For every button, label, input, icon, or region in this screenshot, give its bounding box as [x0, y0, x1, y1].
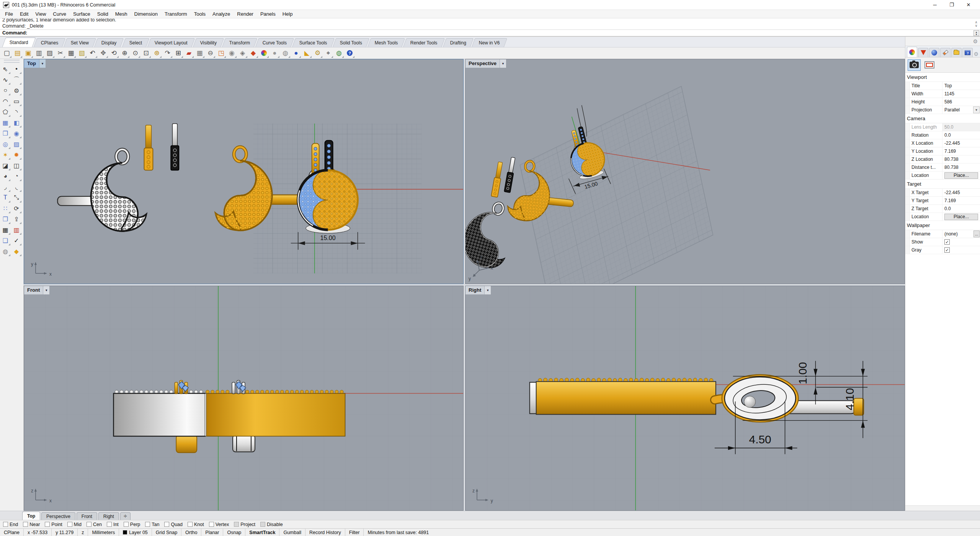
toolbar-tab-transform[interactable]: Transform	[222, 38, 258, 47]
viewport-front[interactable]: x z Front ▼	[24, 286, 464, 511]
blend-icon[interactable]: ◟	[11, 181, 22, 192]
toolbar-tab-curve-tools[interactable]: Curve Tools	[255, 38, 294, 47]
status-smarttrack[interactable]: SmartTrack	[245, 529, 279, 536]
toolbar-tab-cplanes[interactable]: CPlanes	[34, 38, 66, 47]
toolbar-tab-render-tools[interactable]: Render Tools	[403, 38, 445, 47]
zoom-selected-icon[interactable]: ⊛	[152, 48, 162, 58]
fillet-curve-icon[interactable]: ◝	[11, 106, 22, 117]
annotation-tab[interactable]	[940, 48, 951, 57]
color-wheel-icon[interactable]	[259, 48, 269, 58]
viewport-layout-icon[interactable]: ⊞	[173, 48, 183, 58]
place-button[interactable]: Place...	[944, 214, 978, 220]
osnap-checkbox[interactable]	[87, 522, 91, 527]
osnap-checkbox[interactable]	[145, 522, 150, 527]
viewport-top-label[interactable]: Top ▼	[24, 59, 46, 68]
status-millimeters[interactable]: Millimeters	[88, 529, 119, 536]
osnap-perp[interactable]: Perp	[124, 522, 140, 527]
box-icon[interactable]: ❒	[0, 128, 11, 139]
osnap-checkbox[interactable]	[260, 522, 265, 527]
explode-icon[interactable]: ✶	[0, 149, 11, 160]
undo-view-icon[interactable]: ↷	[162, 48, 173, 58]
ellipsoid-icon[interactable]: ◎	[0, 139, 11, 149]
rectangle-icon[interactable]: ▭	[11, 96, 22, 106]
property-value[interactable]: Place...	[942, 213, 980, 221]
menu-item-file[interactable]: File	[2, 10, 16, 18]
property-value[interactable]: ✓	[942, 246, 980, 254]
gold-bail-part[interactable]	[144, 125, 153, 170]
property-value[interactable]: (none)...	[942, 230, 980, 238]
extract-icon[interactable]: ✹	[11, 149, 22, 160]
osnap-checkbox[interactable]	[45, 522, 50, 527]
status-minutes-from-last-save-4891[interactable]: Minutes from last save: 4891	[364, 529, 980, 536]
viewport-front-dropdown[interactable]: ▼	[43, 286, 49, 294]
viewport-properties-button[interactable]	[923, 59, 936, 71]
property-value[interactable]: ✓	[942, 238, 980, 246]
checkbox-gray[interactable]: ✓	[944, 247, 950, 253]
silver-slab[interactable]	[114, 394, 206, 436]
command-history-scroll[interactable]: ∧∨	[973, 18, 979, 30]
osnap-checkbox[interactable]	[209, 522, 214, 527]
toolbar-tab-surface-tools[interactable]: Surface Tools	[292, 38, 335, 47]
viewport-top-dropdown[interactable]: ▼	[39, 59, 46, 68]
osnap-end[interactable]: End	[3, 522, 18, 527]
dropdown-arrow-icon[interactable]: ▼	[973, 106, 980, 113]
osnap-near[interactable]: Near	[23, 522, 40, 527]
status-osnap[interactable]: Osnap	[223, 529, 245, 536]
toolbar-tab-visibility[interactable]: Visibility	[193, 38, 224, 47]
lock-icon[interactable]: ◈	[237, 48, 248, 58]
toolbar-tab-select[interactable]: Select	[122, 38, 149, 47]
render-checker-icon[interactable]: ◍	[280, 48, 291, 58]
annotate-icon[interactable]: ◳	[216, 48, 226, 58]
curve-interp-icon[interactable]: ⌒	[11, 74, 22, 85]
zoom-window-icon[interactable]: ⊡	[141, 48, 151, 58]
grid-array-icon[interactable]: ▦	[0, 224, 11, 235]
copy-icon[interactable]: ▦	[66, 48, 76, 58]
new-file-icon[interactable]: ▢	[2, 48, 12, 58]
rotate-view-icon[interactable]: ⟲	[109, 48, 119, 58]
camera-properties-button[interactable]	[908, 59, 921, 71]
rendering-tab[interactable]	[929, 48, 939, 57]
cplane-icon[interactable]: ▦	[194, 48, 205, 58]
trim-icon[interactable]: ◪	[0, 160, 11, 171]
toolbar-tab-mesh-tools[interactable]: Mesh Tools	[367, 38, 405, 47]
menu-item-tools[interactable]: Tools	[191, 10, 209, 18]
status-y-11-279[interactable]: y 11.279	[52, 529, 78, 536]
command-spinner[interactable]: ▲▼	[973, 30, 979, 36]
osnap-vertex[interactable]: Vertex	[209, 522, 229, 527]
revolve-icon[interactable]: ▨	[11, 139, 22, 149]
split-icon[interactable]: ◫	[11, 160, 22, 171]
menu-item-analyze[interactable]: Analyze	[209, 10, 234, 18]
help-icon[interactable]: ?	[345, 48, 355, 58]
osnap-project[interactable]: Project	[234, 522, 255, 527]
osnap-disable[interactable]: Disable	[260, 522, 283, 527]
viewport-right-label[interactable]: Right ▼	[466, 286, 491, 294]
viewport-tab-perspective[interactable]: Perspective	[41, 512, 75, 520]
checkbox-show[interactable]: ✓	[944, 239, 950, 245]
help-tab[interactable]: ?	[962, 48, 973, 57]
viewport-perspective[interactable]: 15.00 x z y Per	[465, 59, 905, 284]
circle-icon[interactable]: ○	[0, 85, 11, 96]
lamp-icon[interactable]: ◉	[227, 48, 237, 58]
status-x-57-533[interactable]: x -57.533	[24, 529, 52, 536]
toolbar-tab-drafting[interactable]: Drafting	[443, 38, 473, 47]
toolbar-tab-viewport-layout[interactable]: Viewport Layout	[147, 38, 195, 47]
status-filter[interactable]: Filter	[345, 529, 364, 536]
menu-item-edit[interactable]: Edit	[16, 10, 32, 18]
panel-gear-icon[interactable]: ⚙	[973, 38, 978, 44]
viewport-tab-front[interactable]: Front	[77, 512, 97, 520]
toolbar-tab-standard[interactable]: Standard	[2, 38, 36, 47]
panel-tab-gear-icon[interactable]: ⚙	[973, 51, 978, 57]
browse-button[interactable]: ...	[973, 230, 980, 237]
property-value[interactable]: Place...	[942, 172, 980, 179]
osnap-knot[interactable]: Knot	[188, 522, 204, 527]
osnap-mid[interactable]: Mid	[67, 522, 82, 527]
solid-edit-icon[interactable]: ❐	[0, 214, 11, 224]
menu-item-curve[interactable]: Curve	[49, 10, 70, 18]
toolbar-tab-new-in-v6[interactable]: New in V6	[471, 38, 507, 47]
scale-icon[interactable]: ⤡	[11, 192, 22, 203]
osnap-int[interactable]: Int	[107, 522, 119, 527]
menu-item-help[interactable]: Help	[279, 10, 296, 18]
status-record-history[interactable]: Record History	[305, 529, 345, 536]
save-file-icon[interactable]: ▣	[23, 48, 33, 58]
command-input[interactable]: Command: ▲▼	[0, 30, 980, 37]
